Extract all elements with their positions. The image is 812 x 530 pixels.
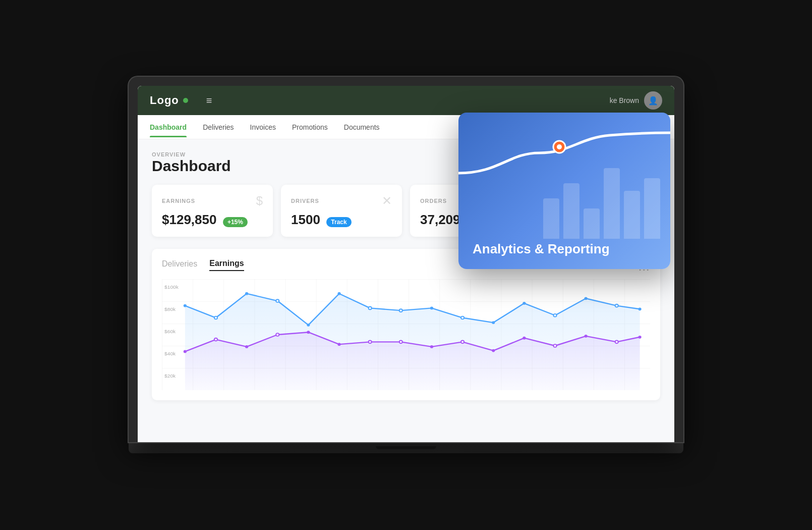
chart-card: Deliveries Earnings Revenue Cost [152,249,660,400]
chart-tabs: Deliveries Earnings [162,259,244,271]
svg-point-16 [492,321,495,324]
svg-point-8 [245,292,248,295]
tools-icon: ✕ [382,194,392,208]
svg-point-27 [337,343,340,346]
chart-tab-earnings[interactable]: Earnings [209,259,244,271]
page-header: OVERVIEW Dashboard [152,151,231,177]
svg-point-32 [492,349,495,352]
svg-point-35 [585,335,588,338]
tab-documents[interactable]: Documents [344,117,380,137]
svg-text:$20k: $20k [164,373,176,379]
svg-point-18 [553,314,556,317]
overlay-card: Analytics & Reporting [458,113,670,269]
svg-point-31 [461,340,464,343]
stat-card-header-earnings: EARNINGS $ [162,194,263,208]
svg-point-10 [307,324,310,327]
svg-point-19 [585,297,588,300]
earnings-label: EARNINGS [162,198,195,204]
svg-point-17 [523,302,526,305]
svg-point-24 [245,345,248,348]
orders-label: ORDERS [420,198,447,204]
svg-point-6 [184,304,187,307]
svg-text:$40k: $40k [164,351,176,356]
svg-point-28 [369,340,372,343]
overlay-bg: Analytics & Reporting [458,113,670,269]
svg-point-13 [399,309,402,312]
svg-point-7 [214,316,217,320]
svg-point-36 [615,340,618,343]
drivers-label: DRIVERS [291,198,319,204]
orders-value: 37,209 [420,212,460,227]
earnings-badge: +15% [223,217,248,227]
svg-point-26 [307,331,310,334]
user-area: ke Brown 👤 [610,91,662,110]
overlay-bar-1 [543,198,559,239]
earnings-value: $129,850 [162,212,216,227]
laptop-base [129,442,683,453]
main-content: OVERVIEW Dashboard Lint / Dashboard / Ov… [138,139,674,442]
chart-tab-deliveries[interactable]: Deliveries [162,259,197,271]
page-title: Dashboard [152,157,231,175]
overlay-bar-5 [624,191,640,239]
logo-area: Logo [150,94,188,107]
stat-card-header-drivers: DRIVERS ✕ [291,194,392,208]
svg-point-29 [399,340,402,343]
svg-point-25 [276,333,279,336]
overlay-curve-svg [458,123,670,193]
chart-container: $100k $80k $60k $40k $20k [162,279,650,390]
svg-text:$60k: $60k [164,329,176,334]
logo-dot [183,98,188,103]
svg-point-21 [639,307,642,310]
svg-point-22 [184,350,187,353]
screen: Logo ≡ ke Brown 👤 Dashboard Deliveries I… [138,86,674,442]
app-wrapper: Logo ≡ ke Brown 👤 Dashboard Deliveries I… [138,86,674,442]
svg-point-20 [615,304,618,307]
tab-promotions[interactable]: Promotions [292,117,328,137]
avatar: 👤 [644,91,662,110]
logo-text: Logo [150,94,179,107]
laptop-container: Logo ≡ ke Brown 👤 Dashboard Deliveries I… [129,77,683,453]
svg-point-9 [276,299,279,302]
stat-card-earnings: EARNINGS $ $129,850 +15% [152,185,273,237]
stat-card-drivers: DRIVERS ✕ 1500 Track [281,185,402,237]
tab-invoices[interactable]: Invoices [250,117,276,137]
svg-point-11 [337,292,340,295]
drivers-value: 1500 [291,212,320,227]
overlay-bar-3 [584,208,600,239]
drivers-value-row: 1500 Track [291,212,392,228]
hamburger-icon[interactable]: ≡ [206,95,212,107]
svg-text:$100k: $100k [164,284,179,290]
overlay-title: Analytics & Reporting [473,241,656,257]
chart-svg: $100k $80k $60k $40k $20k [162,279,650,390]
tab-dashboard[interactable]: Dashboard [150,117,187,137]
svg-text:$80k: $80k [164,306,176,312]
drivers-badge[interactable]: Track [326,217,351,227]
svg-point-30 [430,345,433,348]
svg-point-15 [461,316,464,320]
svg-point-23 [214,338,217,341]
svg-point-33 [523,337,526,340]
svg-point-34 [553,344,556,347]
earnings-value-row: $129,850 +15% [162,212,263,228]
svg-point-37 [639,336,642,339]
overview-label: OVERVIEW [152,151,231,157]
dollar-icon: $ [256,194,263,208]
svg-point-12 [369,307,372,310]
svg-point-39 [557,144,562,149]
screen-bezel: Logo ≡ ke Brown 👤 Dashboard Deliveries I… [129,77,683,442]
svg-point-14 [430,307,433,310]
tab-deliveries[interactable]: Deliveries [203,117,234,137]
user-name: ke Brown [610,96,639,104]
navbar: Logo ≡ ke Brown 👤 [138,86,674,115]
